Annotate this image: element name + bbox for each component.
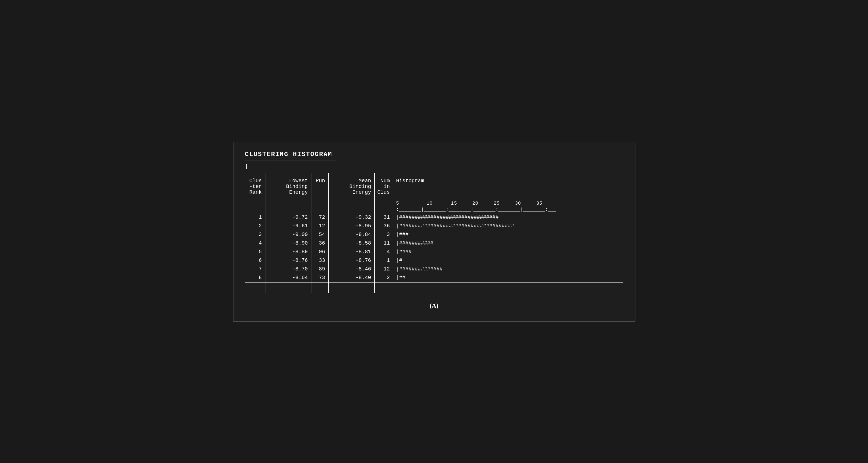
axis-empty-5 [374,200,393,207]
axis-ticks: :________|________:________|________:___… [393,207,623,213]
axis-numbers-row: 5 10 15 20 25 30 35 [245,200,623,207]
cell-mean: -8.76 [328,256,374,265]
cell-num: 11 [374,239,393,247]
cell-mean: -9.32 [328,213,374,222]
cell-histogram: |##################################### [393,222,623,230]
cell-lowest: -9.61 [265,222,311,230]
cell-run: 33 [311,256,328,265]
cell-histogram: |### [393,230,623,239]
cell-lowest: -9.00 [265,230,311,239]
title-section: CLUSTERING HISTOGRAM | [245,151,623,170]
cell-mean: -8.46 [328,265,374,273]
cell-cluster: 6 [245,256,265,265]
cell-histogram: |############## [393,265,623,273]
header-run: Run [311,173,328,196]
cell-num: 1 [374,256,393,265]
cell-run: 36 [311,239,328,247]
header-div-num [374,196,393,200]
header-div-mean [328,196,374,200]
cell-run: 96 [311,247,328,256]
bottom-cell-3 [328,282,374,293]
header-div-run [311,196,328,200]
table-body: 1-9.7272-9.3231|########################… [245,213,623,293]
bottom-cell-0 [245,282,265,293]
cell-lowest: -8.64 [265,273,311,282]
header-cluster: Clus-terRank [245,173,265,196]
page-title: CLUSTERING HISTOGRAM [245,151,623,158]
bottom-cell-1 [265,282,311,293]
cell-run: 54 [311,230,328,239]
axis-numbers: 5 10 15 20 25 30 35 [393,200,623,207]
header-mean: MeanBindingEnergy [328,173,374,196]
cell-mean: -8.95 [328,222,374,230]
cell-mean: -8.40 [328,273,374,282]
bottom-divider [245,296,623,296]
cell-cluster: 7 [245,265,265,273]
caption: (A) [245,302,623,309]
cell-num: 36 [374,222,393,230]
main-container: CLUSTERING HISTOGRAM | Clus-terRank Lowe… [233,142,636,322]
bottom-cell-4 [374,282,393,293]
header-lowest: LowestBindingEnergy [265,173,311,196]
table-row: 2-9.6112-8.9536|########################… [245,222,623,230]
cell-lowest: -9.72 [265,213,311,222]
axis-empty-3 [311,200,328,207]
cell-histogram: |################################ [393,213,623,222]
axis-empty-1 [245,200,265,207]
cell-num: 3 [374,230,393,239]
cell-run: 89 [311,265,328,273]
cell-cluster: 8 [245,273,265,282]
table-row: 6-8.7633-8.761|# [245,256,623,265]
axis-ticks-row: :________|________:________|________:___… [245,207,623,213]
cell-histogram: |########### [393,239,623,247]
cell-cluster: 5 [245,247,265,256]
axis-tick-empty-1 [245,207,265,213]
axis-tick-empty-2 [265,207,311,213]
clustering-table: Clus-terRank LowestBindingEnergy Run Mea… [245,173,623,293]
cell-cluster: 2 [245,222,265,230]
table-row: 1-9.7272-9.3231|########################… [245,213,623,222]
cell-histogram: |#### [393,247,623,256]
cell-num: 2 [374,273,393,282]
header-row: Clus-terRank LowestBindingEnergy Run Mea… [245,173,623,196]
bottom-cell-2 [311,282,328,293]
cell-mean: -8.84 [328,230,374,239]
cell-lowest: -8.76 [265,256,311,265]
header-div-hist [393,196,623,200]
cell-cluster: 3 [245,230,265,239]
cell-run: 72 [311,213,328,222]
header-div-cluster [245,196,265,200]
cell-cluster: 4 [245,239,265,247]
cell-histogram: |## [393,273,623,282]
axis-tick-empty-4 [328,207,374,213]
cell-num: 4 [374,247,393,256]
cursor-indicator: | [245,163,623,170]
cell-cluster: 1 [245,213,265,222]
axis-empty-2 [265,200,311,207]
cell-num: 31 [374,213,393,222]
axis-tick-empty-5 [374,207,393,213]
bottom-cell-5 [393,282,623,293]
cell-lowest: -8.70 [265,265,311,273]
cell-num: 12 [374,265,393,273]
title-underline [245,160,337,160]
table-row: 5-8.8996-8.814|#### [245,247,623,256]
header-divider-row [245,196,623,200]
table-row: 4-8.9036-8.5811|########### [245,239,623,247]
header-div-lowest [265,196,311,200]
cell-mean: -8.81 [328,247,374,256]
table-row: 7-8.7089-8.4612|############## [245,265,623,273]
table-row: 3-9.0054-8.843|### [245,230,623,239]
cell-run: 12 [311,222,328,230]
header-num: NuminClus [374,173,393,196]
cell-lowest: -8.90 [265,239,311,247]
axis-empty-4 [328,200,374,207]
table-wrapper: Clus-terRank LowestBindingEnergy Run Mea… [245,173,623,293]
cell-lowest: -8.89 [265,247,311,256]
table-row: 8-8.6473-8.402|## [245,273,623,282]
cell-histogram: |# [393,256,623,265]
cell-run: 73 [311,273,328,282]
axis-tick-empty-3 [311,207,328,213]
cell-mean: -8.58 [328,239,374,247]
header-histogram: Histogram [393,173,623,196]
